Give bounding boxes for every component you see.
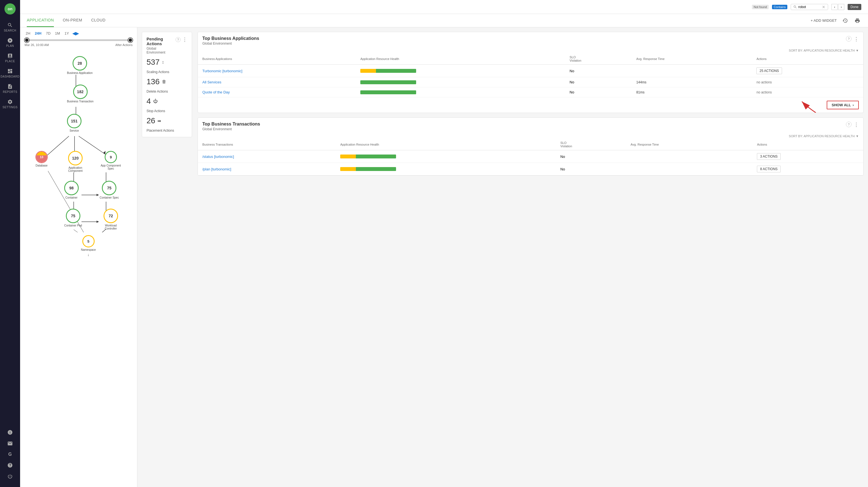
search-bar: Not found Contains ‹ › Done <box>752 4 861 10</box>
topo-node-business-app[interactable]: 28 Business Application <box>67 56 93 74</box>
slo-all-services: No <box>565 77 632 87</box>
tab-cloud[interactable]: CLOUD <box>91 14 106 27</box>
time-btn-2h[interactable]: 2H <box>25 31 32 36</box>
trans-table: Business Transactions Application Resour… <box>198 139 863 175</box>
sidebar-item-settings[interactable]: SETTINGS <box>0 97 20 111</box>
trans-more-icon[interactable]: ⋮ <box>854 122 859 128</box>
search-input-wrap[interactable] <box>791 4 828 10</box>
pending-help-icon[interactable]: ? <box>176 37 181 42</box>
trans-sort-chevron-icon[interactable]: ▼ <box>856 134 859 138</box>
contains-tag: Contains <box>772 5 787 9</box>
widget-title-trans: Top Business Transactions <box>203 122 260 127</box>
topo-node-container[interactable]: 98 Container <box>64 181 79 199</box>
app-link-all-services[interactable]: All Services <box>203 80 221 84</box>
add-widget-button[interactable]: + ADD WIDGET <box>810 19 837 23</box>
time-btn-1m[interactable]: 1M <box>54 31 61 36</box>
topo-node-app-component[interactable]: 120 Application Component <box>64 151 87 172</box>
health-bar-turbonomic <box>360 69 416 73</box>
search-small-icon <box>793 5 797 9</box>
stop-action-row: 4 ⏻ <box>147 97 187 106</box>
trans-link-status[interactable]: /status [turbonomic] <box>203 155 234 159</box>
sidebar-item-search[interactable]: SEARCH <box>0 20 20 34</box>
info-icon <box>7 429 13 435</box>
col-slo: SLOViolation <box>565 53 632 65</box>
chevron-nav-icon[interactable]: ◀▶ <box>72 31 79 36</box>
apps-table-container: Business Applications Application Resour… <box>198 53 863 97</box>
next-arrow[interactable]: › <box>838 4 844 10</box>
sidebar-item-reports[interactable]: REPORTS <box>0 82 20 96</box>
action-btn-plan[interactable]: 8 ACTIONS <box>757 166 781 172</box>
app-link-quote[interactable]: Quote of the Day <box>203 90 230 94</box>
scaling-action-row: 537 ↕ <box>147 58 187 67</box>
history-button[interactable] <box>841 17 849 25</box>
trans-table-container: Business Transactions Application Resour… <box>198 139 863 175</box>
not-found-tag: Not found <box>752 5 769 9</box>
topo-node-namespace[interactable]: 5 Namespace ↓ <box>81 235 96 257</box>
slider-thumb-left[interactable] <box>25 38 29 42</box>
tab-application[interactable]: APPLICATION <box>27 14 54 27</box>
widget-subtitle-trans: Global Environment <box>203 127 260 131</box>
search-input[interactable] <box>798 5 820 9</box>
delete-label: Delete Actions <box>147 90 187 93</box>
timeline-slider[interactable]: Mar 26, 10:00 AM After Actions <box>25 39 132 46</box>
delete-icon: 🗑 <box>162 79 166 84</box>
trans-sort-bar: SORT BY: APPLICATION RESOURCE HEALTH ▼ <box>198 133 863 139</box>
time-btn-1y[interactable]: 1Y <box>63 31 70 36</box>
help-icon <box>7 462 13 468</box>
col-trans-response: Avg. Response Time <box>626 139 752 150</box>
stop-label: Stop Actions <box>147 109 187 113</box>
show-all-button-apps[interactable]: SHOW ALL › <box>827 101 859 109</box>
sidebar-item-help[interactable] <box>7 460 13 470</box>
topo-node-workload-controller[interactable]: 72 Workload Controller <box>100 208 122 230</box>
slo-turbonomic: No <box>565 65 632 77</box>
plan-icon <box>7 38 13 43</box>
response-quote: 81ms <box>632 87 752 97</box>
logo[interactable]: on <box>4 3 16 14</box>
trans-link-plan[interactable]: /plan [turbonomic] <box>203 167 231 171</box>
action-btn-status[interactable]: 3 ACTIONS <box>757 153 781 160</box>
col-trans-health: Application Resource Health <box>336 139 556 150</box>
print-icon <box>855 18 860 24</box>
topo-node-container-spec[interactable]: 75 Container Spec <box>100 181 119 199</box>
sidebar-item-place[interactable]: PLACE <box>0 51 20 65</box>
clear-search-icon[interactable] <box>822 5 826 9</box>
pending-more-icon[interactable]: ⋮ <box>182 36 187 43</box>
health-bar-status <box>340 155 396 158</box>
time-btn-24h[interactable]: 24H <box>34 31 43 36</box>
sidebar-item-dashboard[interactable]: DASHBOARD <box>0 66 20 80</box>
topo-node-database[interactable]: 13 Database <box>35 151 48 167</box>
sidebar-item-plan[interactable]: PLAN <box>0 35 20 50</box>
red-arrow-annotation <box>785 93 818 113</box>
top-business-applications-widget: Top Business Applications Global Environ… <box>197 32 864 113</box>
topo-node-service[interactable]: 151 Service <box>67 114 82 132</box>
history-icon <box>842 18 848 24</box>
print-button[interactable] <box>854 17 861 25</box>
sidebar-item-power[interactable] <box>7 472 13 481</box>
apps-more-icon[interactable]: ⋮ <box>854 36 859 42</box>
slo-status: No <box>556 150 626 163</box>
time-btn-7d[interactable]: 7D <box>45 31 52 36</box>
col-health: Application Resource Health <box>356 53 565 65</box>
done-button[interactable]: Done <box>848 4 861 10</box>
sidebar-item-info[interactable] <box>7 427 13 437</box>
svg-marker-21 <box>97 221 99 223</box>
right-charts-section: Top Business Applications Global Environ… <box>193 27 868 487</box>
sidebar-item-google[interactable]: G <box>7 450 13 459</box>
dashboard-icon <box>7 68 13 74</box>
apps-help-icon[interactable]: ? <box>846 36 851 41</box>
app-link-turbonomic[interactable]: Turbonomic [turbonomic] <box>203 69 242 73</box>
action-btn-turbonomic[interactable]: 25 ACTIONS <box>756 67 782 74</box>
action-all-services: no actions <box>752 77 863 87</box>
response-all-services: 144ms <box>632 77 752 87</box>
topo-node-business-trans[interactable]: 182 Business Transaction <box>67 85 93 103</box>
topo-node-app-component-spec[interactable]: 9 App Component Spec <box>100 151 122 170</box>
prev-arrow[interactable]: ‹ <box>831 4 838 10</box>
sort-chevron-icon[interactable]: ▼ <box>856 49 859 52</box>
slider-thumb-right[interactable] <box>128 38 132 42</box>
sidebar-item-mail[interactable] <box>7 439 13 449</box>
topo-node-container-pod[interactable]: 75 Container Pod <box>64 208 82 227</box>
col-business-trans: Business Transactions <box>198 139 336 150</box>
trans-help-icon[interactable]: ? <box>846 122 851 127</box>
tab-on-prem[interactable]: ON-PREM <box>63 14 82 27</box>
scaling-icon: ↕ <box>162 60 164 65</box>
